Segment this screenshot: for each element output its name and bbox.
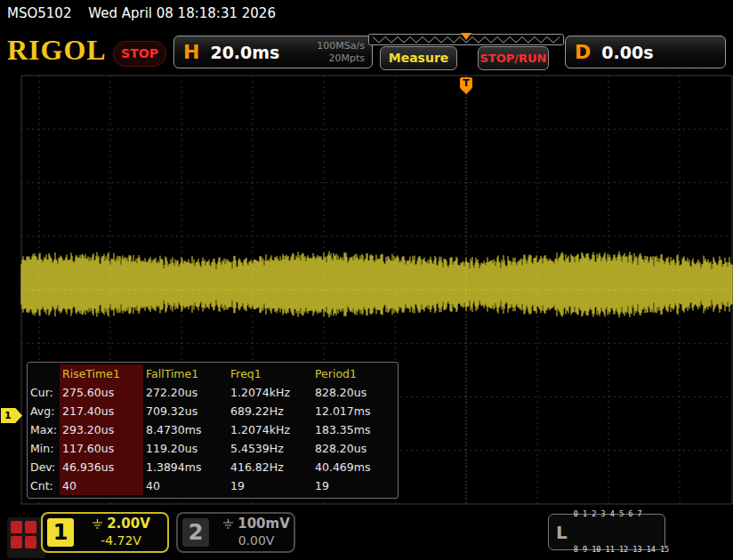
- measure-item-risetime1[interactable]: RiseTime1: [60, 364, 143, 383]
- measure-value: 40.469ms: [312, 458, 396, 476]
- trigger-t-icon: T: [460, 77, 472, 89]
- measure-value: 1.2074kHz: [228, 383, 312, 402]
- measure-value: 40: [60, 476, 143, 495]
- coupling-ground-icon: [222, 519, 234, 529]
- stat-row-label: Max:: [28, 420, 60, 439]
- measure-corner-cell: [28, 364, 60, 383]
- menu-grid-square: [11, 536, 22, 548]
- channel2-offset: 0.00V: [213, 533, 299, 548]
- logic-digits-row2: 8 9 10 11 12 13 14 15: [574, 544, 669, 556]
- trigger-pointer-icon: [461, 89, 471, 94]
- oscilloscope-ui: MSO5102 Wed April 08 18:18:31 2026 RIGOL…: [0, 0, 733, 560]
- logic-digits-row1: 0 1 2 3 4 5 6 7: [574, 508, 669, 520]
- menu-grid-square: [25, 536, 36, 548]
- measure-value: 1.2074kHz: [228, 420, 312, 439]
- channel2-scale: 100mV: [238, 516, 290, 532]
- measure-value: 40: [143, 476, 228, 495]
- measure-value: 5.4539Hz: [228, 439, 312, 458]
- measure-value: 689.22Hz: [228, 402, 312, 420]
- menu-grid-square: [11, 521, 22, 533]
- measurement-table: RiseTime1FallTime1Freq1Period1Cur:275.60…: [27, 362, 399, 499]
- stat-row-label: Cur:: [28, 383, 60, 402]
- measure-value: 117.60us: [60, 439, 143, 458]
- measure-item-falltime1[interactable]: FallTime1: [143, 364, 228, 383]
- measure-value: 8.4730ms: [143, 420, 228, 439]
- logic-analyzer-label: L: [556, 522, 568, 543]
- channel2-number: 2: [182, 518, 209, 547]
- measure-value: 709.32us: [143, 402, 228, 420]
- measure-item-freq1[interactable]: Freq1: [228, 364, 312, 383]
- channel1-badge[interactable]: 1 2.00V -4.72V: [41, 512, 169, 553]
- channel1-values: 2.00V -4.72V: [78, 516, 164, 548]
- measure-value: 12.017ms: [312, 402, 396, 420]
- measure-value: 183.35ms: [312, 420, 396, 439]
- channel1-number: 1: [47, 518, 74, 547]
- ch1-waveform: [21, 252, 732, 318]
- logic-analyzer-badge[interactable]: L 0 1 2 3 4 5 6 7 8 9 10 11 12 13 14 15: [548, 514, 665, 550]
- trigger-position-marker[interactable]: T: [460, 77, 472, 94]
- channel2-badge[interactable]: 2 100mV 0.00V: [176, 512, 295, 553]
- measure-value: 46.936us: [60, 458, 143, 476]
- menu-grid-square: [25, 521, 36, 533]
- measure-value: 217.40us: [60, 402, 143, 420]
- channel1-offset: -4.72V: [78, 533, 164, 548]
- coupling-ground-icon: [92, 519, 103, 529]
- measure-value: 828.20us: [312, 439, 396, 458]
- stat-row-label: Cnt:: [28, 476, 60, 495]
- measure-value: 293.20us: [60, 420, 143, 439]
- measure-value: 272.20us: [143, 383, 228, 402]
- stat-row-label: Dev:: [28, 458, 60, 476]
- measure-item-period1[interactable]: Period1: [312, 364, 396, 383]
- measure-value: 416.82Hz: [228, 458, 312, 476]
- channel2-values: 100mV 0.00V: [213, 516, 299, 548]
- measure-value: 828.20us: [312, 383, 396, 402]
- measure-value: 119.20us: [143, 439, 228, 458]
- stat-row-label: Min:: [28, 439, 60, 458]
- measure-value: 275.60us: [60, 383, 143, 402]
- stat-row-label: Avg:: [28, 402, 60, 420]
- measure-value: 19: [228, 476, 312, 495]
- measure-value: 1.3894ms: [143, 458, 228, 476]
- logic-channel-numbers: 0 1 2 3 4 5 6 7 8 9 10 11 12 13 14 15: [574, 485, 669, 560]
- channel1-scale: 2.00V: [107, 516, 150, 532]
- measure-value: 19: [312, 476, 396, 495]
